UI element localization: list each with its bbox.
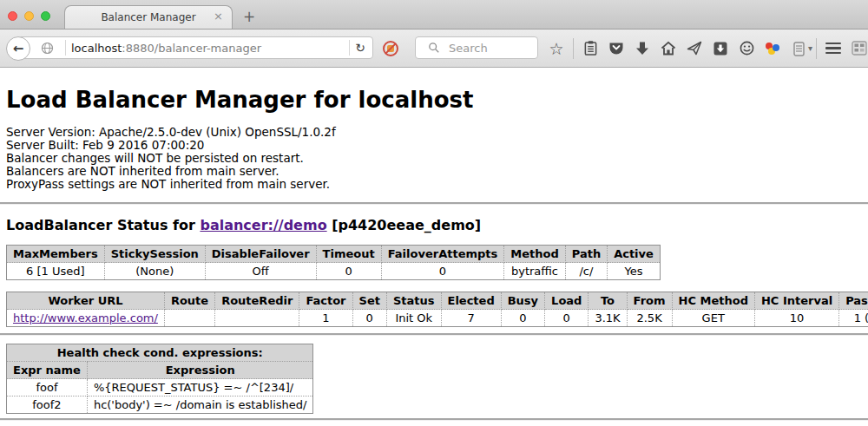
window-controls	[8, 11, 50, 21]
table-header-row: Expr name Expression	[7, 362, 313, 379]
url-text[interactable]: localhost:8880/balancer-manager	[71, 42, 344, 55]
col-disablefailover: DisableFailover	[205, 246, 316, 263]
menu-hamburger-icon[interactable]	[825, 40, 841, 57]
cell-maxmembers: 6 [1 Used]	[7, 263, 105, 280]
cell-from: 2.5K	[627, 310, 672, 327]
new-tab-button[interactable]: +	[243, 8, 255, 25]
page-title: Load Balancer Manager for localhost	[6, 87, 862, 113]
cell-elected: 7	[441, 310, 501, 327]
minimize-window-button[interactable]	[24, 11, 34, 21]
col-expr-name: Expr name	[7, 362, 88, 379]
tab-bar: Balancer Manager × +	[0, 0, 868, 29]
cell-hc-interval: 10	[754, 310, 838, 327]
cell-expr-name: foof	[7, 379, 88, 397]
tab-groups-icon[interactable]	[852, 40, 867, 57]
cell-expression: %{REQUEST_STATUS} =~ /^[234]/	[87, 379, 313, 397]
battery-icon[interactable]	[791, 40, 806, 57]
col-status: Status	[386, 292, 441, 310]
pocket-icon[interactable]	[608, 40, 624, 57]
tab-balancer-manager[interactable]: Balancer Manager ×	[64, 5, 233, 29]
url-bar[interactable]: localhost:8880/balancer-manager ↻	[17, 36, 373, 59]
search-input[interactable]	[447, 41, 532, 56]
tab-title: Balancer Manager	[101, 11, 195, 23]
send-plane-icon[interactable]	[687, 40, 702, 57]
cell-load: 0	[545, 310, 589, 327]
worker-url-link[interactable]: http://www.example.com/	[13, 311, 158, 324]
toolbar-icons: ☆	[543, 29, 868, 67]
balloons-icon[interactable]	[765, 40, 780, 57]
cell-active: Yes	[608, 263, 661, 280]
cell-busy: 0	[501, 310, 544, 327]
col-from: From	[627, 292, 672, 310]
cell-disablefailover: Off	[205, 263, 316, 280]
zoom-window-button[interactable]	[41, 11, 50, 21]
close-window-button[interactable]	[8, 11, 17, 21]
proxypass-notice-line: ProxyPass settings are NOT inherited fro…	[6, 178, 862, 191]
page-content: Load Balancer Manager for localhost Serv…	[0, 87, 868, 421]
col-elected: Elected	[441, 292, 501, 310]
cell-failoverattempts: 0	[381, 263, 504, 280]
reload-button[interactable]: ↻	[355, 41, 365, 55]
col-routeredir: RouteRedir	[215, 292, 299, 310]
section-divider	[0, 333, 868, 336]
section-divider	[0, 202, 868, 205]
table-row: foof2 hc('body') =~ /domain is establish…	[7, 397, 313, 414]
server-info: Server Version: Apache/2.5.0-dev (Unix) …	[6, 126, 862, 191]
col-to: To	[589, 292, 627, 310]
table-row: 6 [1 Used] (None) Off 0 0 bytraffic /c/ …	[7, 263, 661, 280]
col-factor: Factor	[299, 292, 352, 310]
col-path: Path	[565, 246, 607, 263]
cell-set: 0	[352, 310, 386, 327]
col-stickysession: StickySession	[104, 246, 205, 263]
server-version-line: Server Version: Apache/2.5.0-dev (Unix) …	[6, 126, 862, 139]
cell-stickysession: (None)	[104, 263, 205, 280]
cell-passes: 1 (0)	[839, 310, 868, 327]
adblock-disabled-icon	[383, 41, 398, 56]
url-host: localhost	[71, 42, 122, 55]
video-download-icon[interactable]	[713, 40, 728, 57]
col-hc-interval: HC Interval	[754, 292, 838, 310]
inherit-notice-line: Balancers are NOT inherited from main se…	[6, 165, 862, 178]
col-active: Active	[608, 246, 661, 263]
search-icon	[426, 39, 442, 56]
tab-close-icon[interactable]: ×	[214, 10, 223, 23]
health-check-table: Health check cond. expressions: Expr nam…	[6, 344, 313, 414]
server-built-line: Server Built: Feb 9 2016 07:00:20	[6, 139, 862, 152]
urlbar-divider2	[349, 40, 350, 56]
heading-suffix: [p4420eeae_demo]	[327, 217, 482, 233]
table-row: foof %{REQUEST_STATUS} =~ /^[234]/	[7, 379, 313, 397]
col-hc-method: HC Method	[672, 292, 754, 310]
clipboard-icon[interactable]	[582, 40, 598, 57]
health-table-title: Health check cond. expressions:	[7, 344, 313, 362]
col-passes: Passes	[839, 292, 868, 310]
toolbar-divider	[573, 38, 574, 59]
navigation-toolbar: ← localhost:8880/balancer-manager ↻ ☆	[0, 29, 868, 68]
search-bar	[415, 36, 538, 59]
globe-icon	[39, 39, 55, 56]
cell-expression: hc('body') =~ /domain is established/	[87, 397, 313, 414]
cell-timeout: 0	[316, 263, 381, 280]
col-expression: Expression	[87, 362, 313, 379]
adblock-disabled-button[interactable]	[380, 38, 401, 59]
worker-table: Worker URL Route RouteRedir Factor Set S…	[6, 292, 868, 327]
browser-window: Balancer Manager × + ← localhost:8880/ba…	[0, 0, 868, 426]
url-path: :8880/balancer-manager	[122, 42, 261, 55]
home-icon[interactable]	[661, 40, 676, 57]
cell-hc-method: GET	[672, 310, 754, 327]
col-load: Load	[545, 292, 589, 310]
balancer-status-heading: LoadBalancer Status for balancer://demo …	[6, 217, 862, 233]
chevron-down-icon[interactable]: ▾	[808, 43, 812, 53]
bookmark-star-icon[interactable]: ☆	[549, 40, 564, 57]
col-route: Route	[164, 292, 214, 310]
cell-to: 3.1K	[589, 310, 627, 327]
col-failoverattempts: FailoverAttempts	[381, 246, 504, 263]
col-method: Method	[504, 246, 565, 263]
back-button[interactable]: ←	[6, 36, 30, 61]
back-icon: ←	[13, 41, 24, 56]
table-title-row: Health check cond. expressions:	[7, 344, 313, 362]
download-arrow-icon[interactable]	[635, 40, 650, 57]
smiley-icon[interactable]	[739, 40, 754, 57]
col-maxmembers: MaxMembers	[7, 246, 105, 263]
balancer-link[interactable]: balancer://demo	[200, 217, 326, 233]
cell-factor: 1	[299, 310, 352, 327]
